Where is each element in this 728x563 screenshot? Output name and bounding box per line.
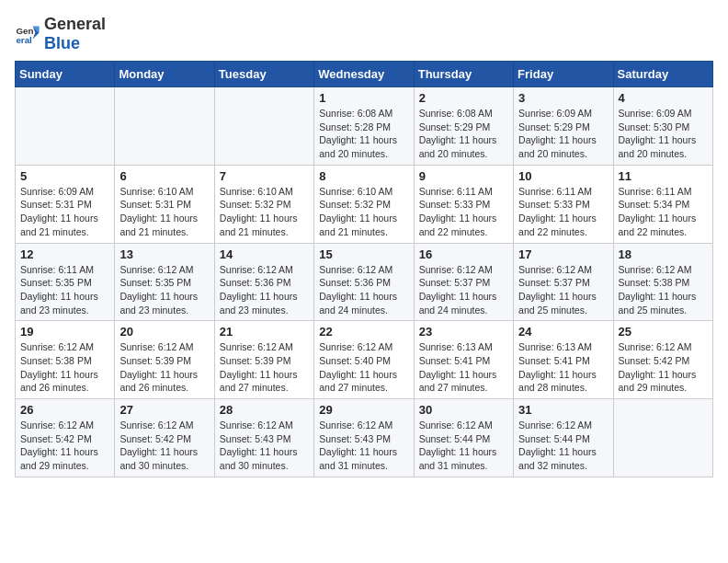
calendar-cell: 11Sunrise: 6:11 AM Sunset: 5:34 PM Dayli… xyxy=(613,165,712,243)
day-info: Sunrise: 6:12 AM Sunset: 5:37 PM Dayligh… xyxy=(419,263,508,317)
calendar-cell: 21Sunrise: 6:12 AM Sunset: 5:39 PM Dayli… xyxy=(214,321,313,399)
day-number: 3 xyxy=(518,91,608,105)
day-info: Sunrise: 6:12 AM Sunset: 5:44 PM Dayligh… xyxy=(419,419,508,473)
day-info: Sunrise: 6:12 AM Sunset: 5:40 PM Dayligh… xyxy=(319,340,408,395)
day-number: 27 xyxy=(119,403,209,417)
day-info: Sunrise: 6:12 AM Sunset: 5:36 PM Dayligh… xyxy=(220,263,309,317)
calendar-cell xyxy=(16,87,115,166)
calendar-cell: 30Sunrise: 6:12 AM Sunset: 5:44 PM Dayli… xyxy=(414,399,513,477)
day-info: Sunrise: 6:12 AM Sunset: 5:39 PM Dayligh… xyxy=(119,340,209,395)
calendar-cell: 28Sunrise: 6:12 AM Sunset: 5:43 PM Dayli… xyxy=(214,399,313,477)
calendar-cell: 10Sunrise: 6:11 AM Sunset: 5:33 PM Dayli… xyxy=(514,165,613,243)
day-number: 20 xyxy=(119,325,209,339)
day-number: 6 xyxy=(119,169,209,183)
calendar-cell: 5Sunrise: 6:09 AM Sunset: 5:31 PM Daylig… xyxy=(16,165,115,243)
logo-text-blue: Blue xyxy=(44,34,80,52)
day-info: Sunrise: 6:12 AM Sunset: 5:42 PM Dayligh… xyxy=(119,419,209,473)
day-number: 25 xyxy=(619,325,708,339)
day-info: Sunrise: 6:08 AM Sunset: 5:29 PM Dayligh… xyxy=(419,107,508,161)
day-info: Sunrise: 6:12 AM Sunset: 5:43 PM Dayligh… xyxy=(319,419,408,473)
day-info: Sunrise: 6:12 AM Sunset: 5:44 PM Dayligh… xyxy=(518,419,608,473)
day-info: Sunrise: 6:12 AM Sunset: 5:42 PM Dayligh… xyxy=(619,340,708,395)
day-number: 1 xyxy=(319,91,408,105)
calendar-week-5: 26Sunrise: 6:12 AM Sunset: 5:42 PM Dayli… xyxy=(16,399,713,477)
day-info: Sunrise: 6:12 AM Sunset: 5:38 PM Dayligh… xyxy=(20,340,109,395)
day-number: 17 xyxy=(518,247,608,261)
calendar-cell xyxy=(214,87,313,166)
calendar-cell: 9Sunrise: 6:11 AM Sunset: 5:33 PM Daylig… xyxy=(414,165,513,243)
day-number: 12 xyxy=(20,247,109,261)
day-info: Sunrise: 6:11 AM Sunset: 5:33 PM Dayligh… xyxy=(518,185,608,239)
calendar-week-4: 19Sunrise: 6:12 AM Sunset: 5:38 PM Dayli… xyxy=(16,321,713,399)
day-number: 10 xyxy=(518,169,608,183)
day-info: Sunrise: 6:12 AM Sunset: 5:39 PM Dayligh… xyxy=(220,340,309,395)
calendar-cell: 20Sunrise: 6:12 AM Sunset: 5:39 PM Dayli… xyxy=(115,321,214,399)
calendar-week-3: 12Sunrise: 6:11 AM Sunset: 5:35 PM Dayli… xyxy=(16,243,713,321)
day-info: Sunrise: 6:12 AM Sunset: 5:35 PM Dayligh… xyxy=(119,263,209,317)
logo-text-general: General xyxy=(44,15,106,33)
calendar-cell: 24Sunrise: 6:13 AM Sunset: 5:41 PM Dayli… xyxy=(514,321,613,399)
day-number: 11 xyxy=(619,169,708,183)
calendar-cell: 8Sunrise: 6:10 AM Sunset: 5:32 PM Daylig… xyxy=(314,165,414,243)
calendar-cell: 19Sunrise: 6:12 AM Sunset: 5:38 PM Dayli… xyxy=(16,321,115,399)
day-info: Sunrise: 6:13 AM Sunset: 5:41 PM Dayligh… xyxy=(518,340,608,395)
calendar-cell: 6Sunrise: 6:10 AM Sunset: 5:31 PM Daylig… xyxy=(115,165,214,243)
day-number: 22 xyxy=(319,325,408,339)
logo-icon: Gen eral xyxy=(15,21,40,47)
calendar-cell: 13Sunrise: 6:12 AM Sunset: 5:35 PM Dayli… xyxy=(115,243,214,321)
day-number: 31 xyxy=(518,403,608,417)
weekday-header-friday: Friday xyxy=(514,62,613,87)
calendar-cell: 25Sunrise: 6:12 AM Sunset: 5:42 PM Dayli… xyxy=(613,321,712,399)
day-info: Sunrise: 6:13 AM Sunset: 5:41 PM Dayligh… xyxy=(419,340,508,395)
day-number: 5 xyxy=(20,169,109,183)
day-info: Sunrise: 6:11 AM Sunset: 5:34 PM Dayligh… xyxy=(619,185,708,239)
day-info: Sunrise: 6:09 AM Sunset: 5:29 PM Dayligh… xyxy=(518,107,608,161)
day-number: 24 xyxy=(518,325,608,339)
day-info: Sunrise: 6:08 AM Sunset: 5:28 PM Dayligh… xyxy=(319,107,408,161)
calendar-week-1: 1Sunrise: 6:08 AM Sunset: 5:28 PM Daylig… xyxy=(16,87,713,166)
day-number: 21 xyxy=(220,325,309,339)
weekday-header-sunday: Sunday xyxy=(16,62,115,87)
day-number: 13 xyxy=(119,247,209,261)
calendar-cell xyxy=(115,87,214,166)
svg-text:eral: eral xyxy=(16,35,32,45)
calendar-cell: 1Sunrise: 6:08 AM Sunset: 5:28 PM Daylig… xyxy=(314,87,414,166)
calendar-cell: 17Sunrise: 6:12 AM Sunset: 5:37 PM Dayli… xyxy=(514,243,613,321)
day-info: Sunrise: 6:12 AM Sunset: 5:37 PM Dayligh… xyxy=(518,263,608,317)
calendar-cell: 15Sunrise: 6:12 AM Sunset: 5:36 PM Dayli… xyxy=(314,243,414,321)
day-info: Sunrise: 6:11 AM Sunset: 5:33 PM Dayligh… xyxy=(419,185,508,239)
calendar-cell: 18Sunrise: 6:12 AM Sunset: 5:38 PM Dayli… xyxy=(613,243,712,321)
day-number: 16 xyxy=(419,247,508,261)
day-number: 23 xyxy=(419,325,508,339)
calendar-cell: 23Sunrise: 6:13 AM Sunset: 5:41 PM Dayli… xyxy=(414,321,513,399)
day-info: Sunrise: 6:09 AM Sunset: 5:31 PM Dayligh… xyxy=(20,185,109,239)
day-number: 4 xyxy=(619,91,708,105)
day-info: Sunrise: 6:12 AM Sunset: 5:36 PM Dayligh… xyxy=(319,263,408,317)
day-number: 28 xyxy=(220,403,309,417)
weekday-header-saturday: Saturday xyxy=(613,62,712,87)
day-number: 19 xyxy=(20,325,109,339)
calendar-cell: 26Sunrise: 6:12 AM Sunset: 5:42 PM Dayli… xyxy=(16,399,115,477)
calendar-cell: 4Sunrise: 6:09 AM Sunset: 5:30 PM Daylig… xyxy=(613,87,712,166)
calendar-week-2: 5Sunrise: 6:09 AM Sunset: 5:31 PM Daylig… xyxy=(16,165,713,243)
day-number: 29 xyxy=(319,403,408,417)
weekday-header-thursday: Thursday xyxy=(414,62,513,87)
day-number: 30 xyxy=(419,403,508,417)
day-number: 14 xyxy=(220,247,309,261)
day-number: 18 xyxy=(619,247,708,261)
day-number: 7 xyxy=(220,169,309,183)
calendar-cell: 12Sunrise: 6:11 AM Sunset: 5:35 PM Dayli… xyxy=(16,243,115,321)
calendar-cell: 27Sunrise: 6:12 AM Sunset: 5:42 PM Dayli… xyxy=(115,399,214,477)
day-info: Sunrise: 6:12 AM Sunset: 5:38 PM Dayligh… xyxy=(619,263,708,317)
page-header: Gen eral General Blue xyxy=(15,15,713,53)
calendar-cell: 29Sunrise: 6:12 AM Sunset: 5:43 PM Dayli… xyxy=(314,399,414,477)
calendar-cell: 31Sunrise: 6:12 AM Sunset: 5:44 PM Dayli… xyxy=(514,399,613,477)
day-info: Sunrise: 6:11 AM Sunset: 5:35 PM Dayligh… xyxy=(20,263,109,317)
day-info: Sunrise: 6:10 AM Sunset: 5:32 PM Dayligh… xyxy=(220,185,309,239)
weekday-header-tuesday: Tuesday xyxy=(214,62,313,87)
weekday-header-wednesday: Wednesday xyxy=(314,62,414,87)
calendar-cell: 7Sunrise: 6:10 AM Sunset: 5:32 PM Daylig… xyxy=(214,165,313,243)
day-number: 2 xyxy=(419,91,508,105)
day-number: 9 xyxy=(419,169,508,183)
day-info: Sunrise: 6:10 AM Sunset: 5:32 PM Dayligh… xyxy=(319,185,408,239)
